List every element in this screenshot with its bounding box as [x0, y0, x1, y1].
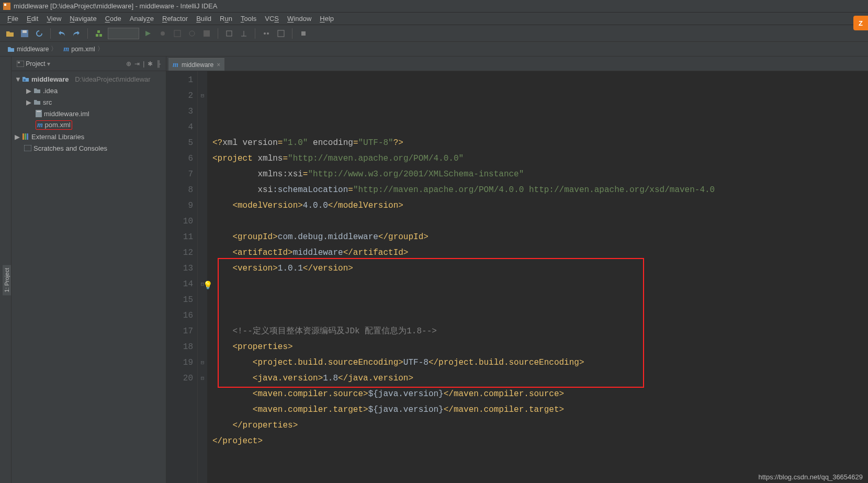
extra1-button[interactable]: [223, 28, 235, 39]
save-all-button[interactable]: [19, 28, 30, 39]
title-bar: middleware [D:\ideaProject\middleware] -…: [0, 0, 868, 13]
redo-button[interactable]: [71, 28, 82, 39]
folder-icon: [33, 87, 41, 94]
code-editor[interactable]: 1234567891011121314151617181920 ⊟⊟⊟⊟ 💡 <…: [166, 71, 868, 483]
chevron-down-icon[interactable]: ▼: [15, 75, 20, 83]
menu-refactor[interactable]: Refactor: [158, 15, 192, 23]
tree-root-path: D:\ideaProject\middlewar: [75, 75, 151, 83]
svg-point-9: [189, 31, 195, 36]
tree-root-label: middleware: [31, 75, 69, 83]
svg-rect-14: [278, 30, 284, 37]
editor-pane: m middleware × 1234567891011121314151617…: [166, 57, 868, 483]
project-tree[interactable]: ▼ middleware D:\ideaProject\middlewar ▶.…: [12, 71, 166, 156]
run-button[interactable]: [142, 28, 154, 39]
menu-code[interactable]: Code: [101, 15, 126, 23]
project-panel-title: Project: [26, 60, 45, 68]
svg-rect-3: [22, 30, 27, 33]
tree-pom[interactable]: m pom.xml: [12, 119, 166, 131]
breadcrumb-root[interactable]: middleware 〉: [4, 44, 60, 53]
menu-window[interactable]: Window: [283, 15, 315, 23]
fold-column[interactable]: ⊟⊟⊟⊟: [198, 71, 207, 483]
libraries-icon: [22, 133, 29, 140]
chevron-down-icon[interactable]: ▾: [47, 60, 50, 68]
stop-button[interactable]: [201, 28, 212, 39]
open-button[interactable]: [4, 28, 16, 39]
line-gutter: 1234567891011121314151617181920: [166, 71, 198, 483]
svg-rect-1: [4, 4, 6, 6]
extra5-button[interactable]: [298, 28, 309, 39]
chevron-right-icon[interactable]: ▶: [15, 133, 20, 141]
right-badge-icon[interactable]: Z: [853, 16, 868, 30]
menu-analyze[interactable]: Analyze: [126, 15, 158, 23]
target-icon[interactable]: ⊕: [126, 60, 131, 68]
svg-point-12: [264, 32, 266, 35]
tree-item-label: src: [43, 98, 52, 106]
scratches-icon: [24, 145, 31, 151]
gear-icon[interactable]: ✱: [148, 60, 153, 68]
tree-item-label: middleware.iml: [44, 110, 89, 118]
svg-point-7: [161, 31, 165, 36]
extra4-button[interactable]: [275, 28, 287, 39]
watermark-text: https://blog.csdn.net/qq_36654629: [759, 473, 863, 481]
extra3-button[interactable]: [261, 28, 272, 39]
tree-item-label: External Libraries: [31, 133, 84, 141]
menu-tools[interactable]: Tools: [236, 15, 261, 23]
menu-help[interactable]: Help: [315, 15, 338, 23]
undo-button[interactable]: [56, 28, 67, 39]
svg-rect-11: [227, 31, 232, 36]
tree-item-label: .idea: [43, 87, 58, 95]
intention-bulb-icon[interactable]: 💡: [203, 278, 213, 294]
maven-icon: m: [63, 45, 69, 53]
folder-icon: [33, 99, 41, 105]
collapse-icon[interactable]: ⇥: [134, 60, 140, 68]
menu-vcs[interactable]: VCS: [261, 15, 283, 23]
left-tool-stripe: 1: Project ★ 2: Favorites Structure: [0, 57, 12, 483]
svg-rect-23: [27, 133, 28, 140]
chevron-right-icon[interactable]: ▶: [26, 87, 31, 95]
svg-rect-6: [97, 30, 100, 33]
title-text: middleware [D:\ideaProject\middleware] -…: [14, 2, 217, 10]
chevron-right-icon: 〉: [51, 44, 57, 53]
close-icon[interactable]: ×: [217, 61, 220, 69]
svg-rect-4: [96, 34, 98, 37]
hide-icon[interactable]: ╟: [156, 60, 161, 68]
tree-ext-libs[interactable]: ▶External Libraries: [12, 131, 166, 142]
svg-rect-20: [37, 111, 41, 112]
tree-root[interactable]: ▼ middleware D:\ideaProject\middlewar: [12, 73, 166, 85]
breadcrumb-file[interactable]: m pom.xml 〉: [60, 44, 106, 53]
menu-bar: File Edit View Navigate Code Analyze Ref…: [0, 13, 868, 25]
sync-button[interactable]: [33, 28, 45, 39]
build-button[interactable]: [93, 28, 105, 39]
code-content[interactable]: 💡 <?xml version="1.0" encoding="UTF-8"?>…: [207, 71, 868, 483]
menu-build[interactable]: Build: [192, 15, 216, 23]
menu-edit[interactable]: Edit: [22, 15, 42, 23]
breadcrumb-root-label: middleware: [17, 46, 49, 53]
menu-file[interactable]: File: [3, 15, 22, 23]
module-icon: [22, 76, 29, 82]
file-icon: [36, 110, 42, 117]
maven-icon: m: [37, 121, 43, 129]
svg-rect-21: [22, 133, 24, 140]
coverage-button[interactable]: [172, 28, 183, 39]
chevron-right-icon: 〉: [97, 44, 104, 53]
tree-src[interactable]: ▶src: [12, 96, 166, 108]
svg-rect-10: [204, 30, 210, 37]
profile-button[interactable]: [186, 28, 198, 39]
run-config-combo[interactable]: [108, 28, 139, 39]
svg-point-13: [267, 32, 269, 35]
debug-button[interactable]: [157, 28, 168, 39]
editor-tab[interactable]: m middleware ×: [168, 58, 224, 71]
menu-view[interactable]: View: [42, 15, 65, 23]
menu-navigate[interactable]: Navigate: [65, 15, 100, 23]
menu-run[interactable]: Run: [216, 15, 236, 23]
chevron-right-icon[interactable]: ▶: [26, 98, 31, 106]
main-toolbar: [0, 25, 868, 42]
extra2-button[interactable]: [238, 28, 250, 39]
tool-tab-project[interactable]: 1: Project: [3, 265, 11, 295]
tree-iml[interactable]: middleware.iml: [12, 108, 166, 119]
editor-tab-label: middleware: [182, 61, 213, 69]
svg-rect-22: [25, 133, 26, 140]
tree-idea[interactable]: ▶.idea: [12, 85, 166, 96]
tree-scratches[interactable]: Scratches and Consoles: [12, 142, 166, 154]
app-icon: [3, 3, 10, 10]
